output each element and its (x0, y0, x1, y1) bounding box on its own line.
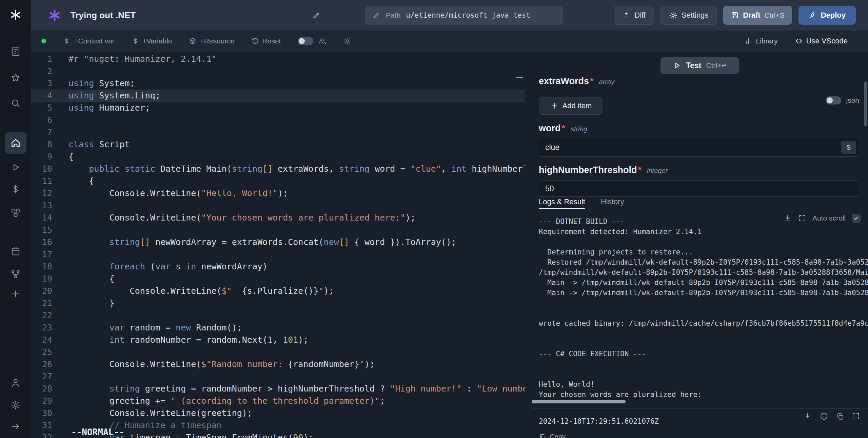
line-number[interactable]: 30 (31, 407, 68, 419)
code-line[interactable]: 1#r "nuget: Humanizer, 2.14.1" (31, 53, 525, 65)
add-variable-button[interactable]: +Variable (132, 37, 172, 45)
code-line[interactable]: 15 (31, 224, 525, 236)
line-number[interactable]: 15 (31, 224, 68, 236)
line-number[interactable]: 5 (31, 102, 68, 114)
code-line[interactable]: 8class Script (31, 138, 525, 151)
code-line[interactable]: 30 Console.WriteLine(greeting); (31, 407, 525, 419)
code-line[interactable]: 29 greeting += " (according to the thres… (31, 395, 525, 407)
copy-icon[interactable] (836, 412, 844, 421)
line-number[interactable]: 4 (31, 90, 68, 102)
editor-settings-gear-icon[interactable] (343, 37, 351, 45)
line-number[interactable]: 6 (31, 114, 68, 126)
code-line[interactable]: 16 string[] newWordArray = extraWords.Co… (31, 236, 525, 248)
panel-splitter[interactable] (525, 52, 532, 438)
line-number[interactable]: 23 (31, 322, 68, 334)
line-number[interactable]: 26 (31, 358, 68, 370)
line-number[interactable]: 25 (31, 346, 68, 358)
line-number[interactable]: 10 (31, 163, 68, 175)
tab-logs-result[interactable]: Logs & Result (539, 197, 585, 209)
auto-scroll-checkbox[interactable] (852, 214, 861, 223)
code-line[interactable]: 5using Humanizer; (31, 102, 525, 114)
resources-boxes-icon[interactable] (11, 208, 21, 218)
path-field[interactable]: Path u/etienne/microsoft_java_test (365, 6, 563, 25)
code-editor[interactable]: 1#r "nuget: Humanizer, 2.14.1"2 3using S… (31, 52, 525, 438)
download-logs-icon[interactable] (783, 214, 792, 223)
line-number[interactable]: 16 (31, 236, 68, 248)
line-number[interactable]: 2 (31, 65, 68, 77)
line-number[interactable]: 14 (31, 212, 68, 224)
line-number[interactable]: 18 (31, 261, 68, 273)
insert-variable-button[interactable]: $ (841, 141, 856, 154)
logs-horizontal-scrollbar[interactable] (532, 400, 626, 403)
line-number[interactable]: 32 (31, 432, 68, 438)
code-line[interactable]: 17 (31, 248, 525, 261)
code-line[interactable]: 28 string greeting = randomNumber > high… (31, 383, 525, 395)
code-line[interactable]: 10 public static DateTime Main(string[] … (31, 163, 525, 175)
line-number[interactable]: 9 (31, 151, 68, 163)
code-line[interactable]: 20 Console.WriteLine($" {s.Pluralize()}"… (31, 285, 525, 297)
line-number[interactable]: 28 (31, 383, 68, 395)
line-number[interactable]: 22 (31, 309, 68, 322)
line-number[interactable]: 3 (31, 77, 68, 90)
use-vscode-button[interactable]: Use VScode (795, 37, 848, 45)
page-title[interactable]: Trying out .NET (71, 10, 136, 21)
json-toggle[interactable] (826, 96, 841, 104)
line-number[interactable]: 13 (31, 199, 68, 212)
code-line[interactable]: 13 (31, 199, 525, 212)
threshold-input[interactable] (539, 180, 859, 197)
test-button[interactable]: Test Ctrl+↵ (660, 57, 739, 74)
variables-dollar-icon[interactable] (11, 184, 21, 194)
deploy-button[interactable]: Deploy (798, 6, 856, 25)
code-line[interactable]: 2 (31, 65, 525, 77)
favorites-star-icon[interactable] (11, 73, 21, 83)
apps-grid-icon[interactable] (11, 46, 21, 57)
code-line[interactable]: 21 } (31, 297, 525, 309)
add-item-button[interactable]: Add item (539, 97, 603, 115)
code-line[interactable]: 14 Console.WriteLine("Your chosen words … (31, 212, 525, 224)
schedules-calendar-icon[interactable] (11, 246, 21, 256)
add-resource-button[interactable]: +Resource (189, 37, 234, 45)
reset-button[interactable]: Reset (252, 37, 281, 45)
draft-button[interactable]: Draft Ctrl+S (723, 6, 792, 25)
tab-history[interactable]: History (601, 197, 624, 209)
create-plus-icon[interactable] (11, 289, 21, 299)
code-line[interactable]: 22 (31, 309, 525, 322)
download-result-icon[interactable] (803, 412, 812, 421)
line-number[interactable]: 24 (31, 334, 68, 346)
expand-result-icon[interactable] (852, 412, 860, 421)
code-line[interactable]: 12 Console.WriteLine("Hello, World!"); (31, 187, 525, 199)
line-number[interactable]: 11 (31, 175, 68, 187)
code-line[interactable]: 6 (31, 114, 525, 126)
path-value[interactable]: u/etienne/microsoft_java_test (406, 11, 530, 19)
code-line[interactable]: 4using System.Linq; (31, 90, 525, 102)
diff-button[interactable]: Diff (614, 6, 654, 25)
collapse-arrow-icon[interactable] (11, 421, 21, 432)
collaborators-icon[interactable] (318, 37, 326, 45)
panel-vertical-scrollbar[interactable] (864, 81, 867, 126)
line-number[interactable]: 20 (31, 285, 68, 297)
windmill-brand-icon[interactable] (47, 7, 62, 23)
edit-title-pencil-icon[interactable] (312, 11, 321, 20)
line-number[interactable]: 27 (31, 370, 68, 383)
code-area[interactable]: 1#r "nuget: Humanizer, 2.14.1"2 3using S… (31, 52, 525, 438)
flows-branch-icon[interactable] (11, 269, 21, 279)
code-line[interactable]: 9{ (31, 151, 525, 163)
line-number[interactable]: 17 (31, 248, 68, 261)
code-line[interactable]: 3using System; (31, 77, 525, 90)
line-number[interactable]: 1 (31, 53, 68, 65)
settings-button[interactable]: Settings (660, 6, 717, 25)
add-context-var-button[interactable]: +Context var (63, 37, 115, 45)
settings-gear-icon[interactable] (11, 400, 21, 410)
line-number[interactable]: 21 (31, 297, 68, 309)
word-input[interactable] (539, 138, 859, 157)
code-line[interactable]: 26 Console.WriteLine($"Random number: {r… (31, 358, 525, 370)
code-line[interactable]: 25 (31, 346, 525, 358)
code-line[interactable]: 24 int randomNumber = random.Next(1, 101… (31, 334, 525, 346)
edit-path-pencil-icon[interactable] (372, 11, 380, 19)
windmill-logo-icon[interactable] (9, 9, 22, 21)
code-line[interactable]: 27 (31, 370, 525, 383)
line-number[interactable]: 31 (31, 419, 68, 432)
code-line[interactable]: 19 { (31, 273, 525, 285)
search-icon[interactable] (11, 98, 21, 108)
library-button[interactable]: Library (745, 37, 778, 45)
